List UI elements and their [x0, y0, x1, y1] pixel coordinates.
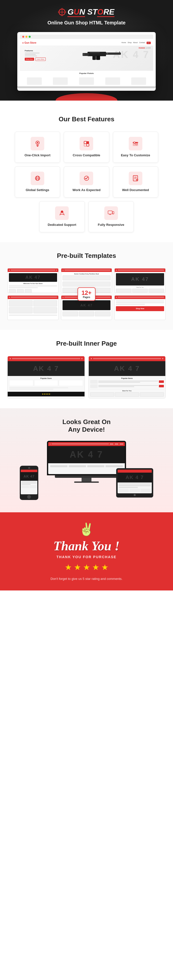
tr6-2 [116, 302, 164, 303]
tablet-ak: AK 4 7 [125, 474, 144, 480]
phone-screen: AK 47 [21, 470, 37, 494]
inner-screen-2[interactable]: AK 4 7 Popular Items [88, 356, 166, 398]
thumb-red-6: Shop Now [116, 306, 164, 311]
thumb-header-1 [8, 269, 58, 272]
thumb-body-1: AK 47 Welcome To Our Gun Store Popular P… [8, 272, 58, 293]
tr6-3 [116, 304, 145, 305]
template-thumb-4[interactable] [7, 295, 59, 320]
svg-rect-0 [104, 52, 121, 55]
thumb-dot-2 [56, 270, 57, 271]
global-icon-wrap [30, 172, 44, 185]
desktop-url [51, 443, 109, 444]
feature-fully-responsive: Fully Responsive [88, 201, 134, 232]
thumb-body-4 [8, 299, 58, 317]
desktop-nav-links [110, 444, 123, 444]
work-icon [83, 175, 90, 182]
hero-section: Gun Store Online Gun Shop HTML Template … [0, 0, 173, 100]
template-thumb-1[interactable]: AK 47 Welcome To Our Gun Store Popular P… [7, 268, 59, 293]
detail-row-1 [9, 387, 68, 388]
tablet-hero: AK 4 7 [118, 473, 152, 482]
thumb-dot-3 [62, 270, 64, 271]
nav-link-home[interactable]: Home [122, 42, 126, 44]
one-click-icon-wrap [30, 137, 44, 150]
svg-rect-5 [93, 56, 96, 60]
pages-label: Pages [82, 296, 92, 298]
popular-item-5 [131, 77, 146, 85]
star-3: ★ [83, 563, 90, 572]
mockup-popular-items [20, 76, 153, 86]
inner-content-2: Popular Items [89, 376, 166, 398]
thumb-products [9, 289, 57, 293]
thumb-dot-4 [116, 270, 117, 271]
templates-title: Pre-built Templates [5, 252, 168, 259]
phone-row-2 [21, 483, 37, 484]
inner-details-1 [9, 387, 83, 390]
thumb-body-3: AK 47 Best For You [115, 272, 165, 293]
phone-items [21, 485, 37, 488]
inner-dot-1 [10, 358, 11, 359]
inner-dot-2 [81, 358, 83, 359]
star-4: ★ [92, 563, 99, 572]
desktop-nav [48, 442, 125, 446]
feature-work-label: Work As Expected [66, 188, 106, 192]
svg-point-39 [113, 213, 114, 214]
inner-url-bar-1 [12, 358, 80, 359]
inner-screen-1[interactable]: AK 4 7 Popular Guns ★★ [7, 356, 85, 398]
pages-count: 12+ [82, 290, 92, 296]
inner-stars: ★★★★★ [9, 393, 83, 395]
template-thumb-3[interactable]: AK 47 Best For You [114, 268, 166, 293]
mockup-dot-red [22, 36, 24, 38]
work-icon-wrap [80, 172, 93, 185]
nav-link-shop[interactable]: Shop [128, 42, 131, 44]
thumb-dot-5 [9, 297, 10, 298]
thumb-body-6: Shop Now [115, 299, 165, 312]
support-icon-wrap [55, 206, 69, 220]
feature-responsive-label: Fully Responsive [91, 223, 131, 227]
star-2: ★ [74, 563, 81, 572]
features-grid-row3: Dedicated Support Fully Responsive [15, 201, 158, 232]
nav-link-about[interactable]: About [133, 42, 138, 44]
thumb-title-2: Senior Combat Army Partition Deal [62, 273, 111, 275]
inner-popular-label: Popular Guns [9, 377, 83, 379]
thumb-text-3: Best For You [116, 286, 164, 288]
features-grid-row1: One-Click Import Cross Compatible [15, 132, 158, 163]
desktop-stand [82, 478, 91, 482]
mockup-nav-logo: ● Gun Store [22, 41, 36, 44]
tablet-row-3 [119, 487, 138, 488]
tablet-frame: AK 4 7 [116, 468, 153, 498]
svg-point-19 [136, 143, 137, 145]
svg-rect-14 [86, 144, 89, 146]
responsive-icon [107, 210, 114, 216]
thumb-header-4 [8, 296, 58, 299]
thankyou-subtitle: THANK YOU FOR PURCHASE [5, 555, 168, 559]
brand-name: Gun Store [67, 7, 114, 16]
responsive-icon-wrap [104, 206, 118, 220]
feature-support-label: Dedicated Support [42, 223, 82, 227]
nav-link-cart[interactable]: 🛒 [147, 42, 151, 44]
phone-camera [28, 467, 30, 469]
nav-link-contact[interactable]: Contact [139, 42, 145, 44]
feature-easy-customize-label: Easy To Customize [116, 153, 155, 158]
popular-item-3 [79, 77, 94, 85]
feature-global-settings: Global Settings [15, 166, 60, 197]
tablet-nav [118, 470, 152, 473]
detail-row-2 [9, 389, 53, 390]
devices-container: AK 4 7 [15, 441, 158, 500]
svg-point-7 [107, 53, 108, 54]
thumb-dot-6 [62, 297, 64, 298]
svg-rect-38 [109, 212, 112, 213]
svg-rect-13 [84, 144, 86, 146]
cross-compatible-icon-wrap [80, 137, 93, 150]
popular-item-4 [105, 77, 120, 85]
desktop-mockup: AK 4 7 [47, 441, 126, 483]
star-1: ★ [65, 563, 72, 572]
tr6-1 [116, 300, 164, 302]
thumb-grid-4 [9, 300, 57, 313]
popular-item-1 [27, 77, 42, 85]
thumb-rows-1: Welcome To Our Gun Store [9, 283, 57, 288]
phone-ak: AK 47 [24, 474, 35, 478]
template-thumb-6[interactable]: Shop Now [114, 295, 166, 320]
thumb-row-4 [9, 315, 57, 316]
thumb-dot [9, 270, 10, 271]
feature-docs-label: Well Documented [116, 188, 155, 192]
